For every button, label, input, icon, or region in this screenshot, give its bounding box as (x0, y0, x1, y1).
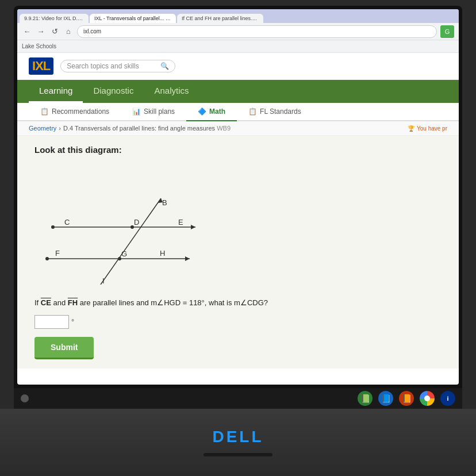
svg-marker-4 (185, 256, 190, 261)
tab-2[interactable]: IXL - Transversals of parallel... ✕ (90, 14, 176, 23)
bookmark-1[interactable]: Lake Schools (22, 43, 56, 49)
dell-logo: DELL (212, 428, 263, 446)
url-bar[interactable]: ixl.com (77, 25, 437, 38)
angle-symbol-2: ∠ (240, 298, 247, 307)
svg-marker-1 (191, 225, 195, 229)
subtab-flstandards[interactable]: 📋 FL Standards (237, 103, 313, 121)
content-area: Look at this diagram: (17, 136, 459, 368)
label-E: E (178, 218, 183, 227)
tab-1[interactable]: 9.9.21: Video for IXL D.4 ✕ (20, 14, 89, 23)
sub-tabs: 📋 Recommendations 📊 Skill plans 🔷 Math 📋… (17, 103, 459, 121)
diagram-container: B C D E F G (34, 164, 442, 287)
breadcrumb-skill: D.4 Transversals of parallel lines: find… (63, 125, 231, 132)
taskbar-icon-3[interactable]: 📙 (399, 391, 414, 406)
url-text: ixl.com (83, 28, 101, 34)
skillplans-icon: 📊 (132, 108, 141, 116)
ixl-logo: IXL (29, 57, 53, 75)
math-label: Math (209, 108, 225, 116)
svg-point-2 (51, 225, 55, 229)
tab-strip: 9.9.21: Video for IXL D.4 ✕ IXL - Transv… (17, 9, 459, 23)
forward-button[interactable]: → (36, 26, 46, 37)
recommendations-icon: 📋 (40, 108, 49, 116)
achievement-badge: 🏆 You have pr (408, 125, 447, 132)
breadcrumb-subject[interactable]: Geometry (29, 125, 56, 132)
answer-input[interactable] (34, 315, 69, 329)
ixl-page: IXL Search topics and skills 🔍 Learning … (17, 53, 459, 370)
subtab-math[interactable]: 🔷 Math (186, 103, 237, 121)
back-button[interactable]: ← (22, 26, 32, 37)
search-placeholder: Search topics and skills (67, 62, 139, 70)
breadcrumb: Geometry › D.4 Transversals of parallel … (17, 121, 459, 136)
search-bar[interactable]: Search topics and skills 🔍 (60, 60, 175, 72)
degree-label: ° (71, 317, 74, 326)
search-icon: 🔍 (160, 62, 169, 70)
label-I: I (102, 277, 105, 285)
taskbar-icon-chrome[interactable] (420, 391, 435, 406)
subtab-skillplans[interactable]: 📊 Skill plans (121, 103, 186, 121)
subtab-recommendations[interactable]: 📋 Recommendations (29, 103, 121, 121)
svg-line-6 (101, 198, 161, 285)
geometry-diagram: B C D E F G (34, 164, 218, 285)
breadcrumb-chevron: › (59, 125, 61, 132)
taskbar-icons: 📗 📘 📙 i (358, 391, 455, 406)
label-C: C (64, 218, 70, 227)
ixl-logo-xl: XL (35, 59, 50, 73)
screen: 9.9.21: Video for IXL D.4 ✕ IXL - Transv… (17, 9, 459, 385)
skillplans-label: Skill plans (144, 108, 175, 116)
recommendations-label: Recommendations (52, 108, 109, 116)
flstandards-label: FL Standards (260, 108, 301, 116)
angle-symbol-1: ∠ (157, 298, 164, 307)
label-D: D (134, 218, 139, 227)
question-text: If CE and FH are parallel lines and m∠HG… (34, 297, 442, 309)
bookmarks-bar: Lake Schools (17, 40, 459, 53)
laptop-outer: 9.9.21: Video for IXL D.4 ✕ IXL - Transv… (0, 0, 476, 476)
taskbar-icon-2[interactable]: 📘 (378, 391, 393, 406)
nav-analytics[interactable]: Analytics (144, 80, 199, 103)
question-label: Look at this diagram: (34, 145, 442, 155)
label-B: B (162, 198, 167, 207)
nav-diagnostic[interactable]: Diagnostic (83, 80, 144, 103)
screen-bezel: 9.9.21: Video for IXL D.4 ✕ IXL - Transv… (14, 6, 462, 388)
trophy-icon: 🏆 (408, 125, 414, 132)
label-H: H (160, 249, 165, 258)
extension-btn[interactable]: G (440, 25, 454, 38)
taskbar-icon-5[interactable]: i (440, 391, 455, 406)
tab-3[interactable]: If CE and FH are parallel lines... ✕ (177, 14, 263, 23)
line-CE: CE (41, 298, 51, 307)
taskbar-circle (21, 394, 29, 402)
submit-button[interactable]: Submit (34, 337, 94, 359)
home-button[interactable]: ⌂ (63, 26, 74, 37)
flstandards-icon: 📋 (248, 108, 257, 116)
label-F: F (55, 249, 60, 258)
ixl-nav: Learning Diagnostic Analytics (17, 80, 459, 103)
svg-point-5 (45, 257, 49, 260)
laptop-vent (204, 453, 272, 456)
answer-row: ° (34, 315, 442, 329)
taskbar: 📗 📘 📙 i (14, 388, 462, 408)
nav-learning[interactable]: Learning (29, 80, 83, 103)
laptop-base: DELL (0, 409, 476, 476)
taskbar-icon-1[interactable]: 📗 (358, 391, 373, 406)
ixl-header: IXL Search topics and skills 🔍 (17, 53, 459, 80)
refresh-button[interactable]: ↺ (49, 26, 60, 37)
label-G: G (121, 249, 127, 258)
math-icon: 🔷 (198, 108, 206, 116)
browser-toolbar: ← → ↺ ⌂ ixl.com G (17, 23, 459, 40)
line-FH: FH (68, 298, 78, 307)
